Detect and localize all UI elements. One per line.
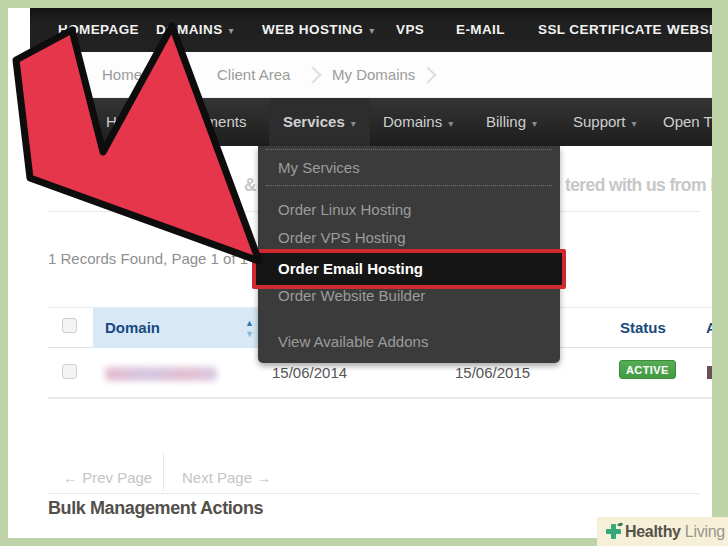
redacted-domain-link[interactable] xyxy=(105,367,217,381)
chevron-down-icon: ▾ xyxy=(369,25,374,36)
nav-homepage[interactable]: HOMEPAGE xyxy=(58,8,139,52)
nav-ssl-certificate[interactable]: SSL CERTIFICATE▾ xyxy=(538,8,673,52)
chevron-right-icon xyxy=(170,67,187,84)
records-summary: 1 Records Found, Page 1 of 1 xyxy=(48,250,248,267)
healthy-living-watermark: Healthy Living xyxy=(597,517,728,546)
chevron-right-icon xyxy=(420,67,437,84)
nav-web-hosting[interactable]: WEB HOSTING▾ xyxy=(262,8,375,52)
column-header-clipped: A xyxy=(706,308,712,348)
page-frame: HOMEPAGE DOMAINS▾ WEB HOSTING▾ VPS E-MAI… xyxy=(0,0,728,546)
client-nav-open-ticket[interactable]: Open Ticket xyxy=(663,98,712,146)
divider xyxy=(48,493,700,494)
column-header-status[interactable]: Status xyxy=(620,308,666,348)
menu-item-order-email-hosting[interactable]: Order Email Hosting xyxy=(252,249,566,289)
chevron-down-icon: ▾ xyxy=(632,118,637,129)
status-badge: ACTIVE xyxy=(619,360,676,379)
client-nav-domains[interactable]: Domains▾ xyxy=(383,98,453,146)
nav-domains[interactable]: DOMAINS▾ xyxy=(156,8,234,52)
select-all-checkbox[interactable] xyxy=(62,318,77,333)
chevron-down-icon: ▾ xyxy=(351,118,356,129)
client-nav-announcements[interactable]: Announcements xyxy=(138,98,246,146)
menu-separator xyxy=(266,185,552,186)
breadcrumb-home[interactable]: Home xyxy=(102,52,142,98)
nav-vps[interactable]: VPS xyxy=(396,8,424,52)
menu-item-view-available-addons[interactable]: View Available Addons xyxy=(278,329,428,355)
breadcrumb-my-domains[interactable]: My Domains xyxy=(332,52,415,98)
breadcrumb: Home Client Area My Domains xyxy=(30,52,712,98)
prev-page-button[interactable]: ← Prev Page xyxy=(63,463,152,493)
sort-ascending-icon[interactable]: ▲ xyxy=(245,318,257,328)
menu-separator xyxy=(266,149,552,150)
bulk-management-heading: Bulk Management Actions xyxy=(48,498,263,519)
client-nav-billing[interactable]: Billing▾ xyxy=(486,98,537,146)
menu-item-order-vps-hosting[interactable]: Order VPS Hosting xyxy=(278,225,406,251)
chevron-right-icon xyxy=(305,67,322,84)
green-cross-leaf-icon xyxy=(604,522,623,541)
menu-item-order-linux-hosting[interactable]: Order Linux Hosting xyxy=(278,197,411,223)
menu-item-my-services[interactable]: My Services xyxy=(278,155,360,181)
row-checkbox[interactable] xyxy=(62,364,77,379)
chevron-down-icon: ▾ xyxy=(229,25,234,36)
highlighted-menu-label: Order Email Hosting xyxy=(278,253,423,285)
watermark-text: Healthy Living xyxy=(625,517,725,546)
next-page-button[interactable]: Next Page → xyxy=(182,463,271,493)
site-nav: HOMEPAGE DOMAINS▾ WEB HOSTING▾ VPS E-MAI… xyxy=(30,8,712,52)
chevron-down-icon: ▾ xyxy=(532,118,537,129)
client-area-nav: Home Announcements Services▾ Domains▾ Bi… xyxy=(30,98,712,146)
chevron-down-icon: ▾ xyxy=(448,118,453,129)
browser-page: HOMEPAGE DOMAINS▾ WEB HOSTING▾ VPS E-MAI… xyxy=(8,8,712,538)
nav-website-builder[interactable]: WEBSITE BUILDER xyxy=(667,8,712,52)
nav-email[interactable]: E-MAIL xyxy=(456,8,505,52)
divider xyxy=(163,453,164,491)
breadcrumb-client-area[interactable]: Client Area xyxy=(217,52,290,98)
page-heading-fragment-right: tered with us from h xyxy=(565,175,712,195)
clipped-row-content xyxy=(707,366,712,379)
client-nav-services[interactable]: Services▾ xyxy=(269,98,370,146)
client-nav-support[interactable]: Support▾ xyxy=(573,98,637,146)
column-header-domain[interactable]: Domain xyxy=(105,308,160,348)
sort-descending-icon[interactable]: ▼ xyxy=(245,329,257,339)
